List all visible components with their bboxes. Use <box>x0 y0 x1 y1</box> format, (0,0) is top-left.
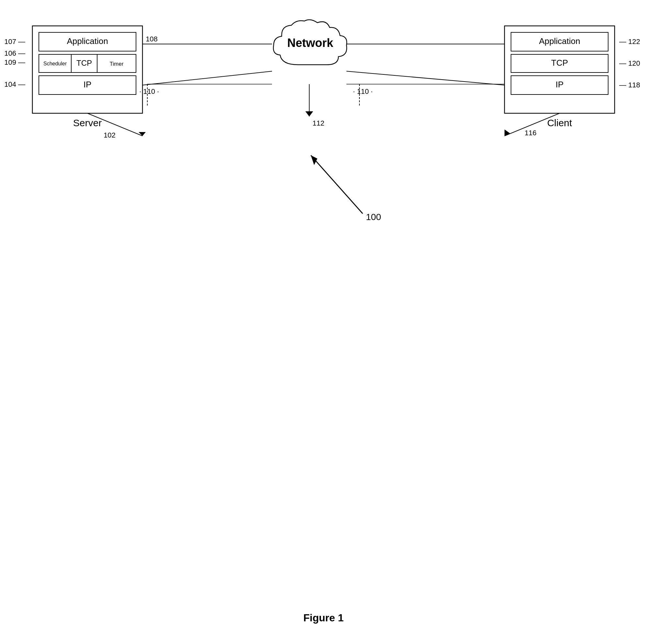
ref-120: — 120 <box>619 59 640 67</box>
client-ip-label: IP <box>556 80 564 89</box>
ref-118: — 118 <box>619 81 640 89</box>
ref-110-right: · 110 · <box>353 87 373 95</box>
server-arrow-head <box>139 132 146 136</box>
client-application-label: Application <box>539 36 580 46</box>
ref-109: 109 — <box>4 58 25 66</box>
client-tcp-label: TCP <box>551 58 568 68</box>
figure-arrow-head <box>311 155 317 165</box>
ref-107: 107 — <box>4 37 25 46</box>
ref-112: 112 <box>312 119 325 127</box>
network-cloud: Network <box>273 20 347 65</box>
server-application-label: Application <box>67 36 108 46</box>
server-label: Server <box>73 117 102 128</box>
ref-110-left: · 110 · <box>139 87 159 95</box>
ref-116: 116 <box>524 129 536 137</box>
client-label: Client <box>547 117 572 128</box>
server-network-bottom-line <box>142 71 272 85</box>
server-tcp-label: TCP <box>76 59 92 67</box>
figure-title: Figure 1 <box>303 612 344 624</box>
ref-100: 100 <box>366 212 381 222</box>
server-ip-label: IP <box>83 80 92 89</box>
server-scheduler-label: Scheduler <box>44 61 67 66</box>
server-timer-label: Timer <box>110 61 124 67</box>
ref-106: 106 — <box>4 49 25 57</box>
cloud-arrow-head <box>305 111 313 116</box>
ref-122: — 122 <box>619 37 640 46</box>
network-client-bottom-line <box>347 71 505 85</box>
network-label: Network <box>287 36 334 50</box>
ref-108: 108 <box>146 35 158 43</box>
figure-arrow-line <box>311 155 363 214</box>
ref-102: 102 <box>103 131 116 139</box>
ref-104: 104 — <box>4 80 25 88</box>
